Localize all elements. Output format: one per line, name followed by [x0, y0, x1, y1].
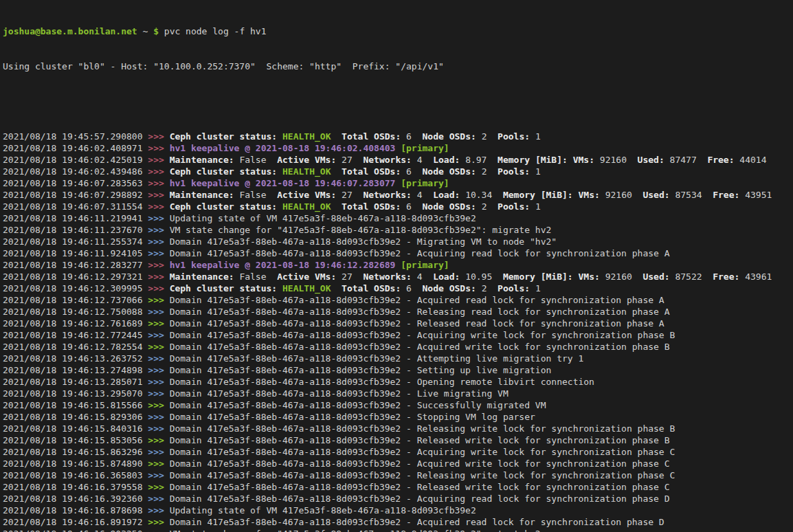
log-segment: Load: [423, 155, 466, 165]
log-segment: Domain 417e5a3f-88eb-467a-a118-8d093cfb3… [170, 365, 552, 375]
log-line: 2021/08/18 19:46:12.750088 >>> Domain 41… [3, 306, 793, 318]
log-marker: >>> [148, 143, 169, 153]
log-segment: HEALTH_OK [282, 131, 331, 142]
log-line: 2021/08/18 19:46:12.283277 >>> hv1 keepa… [3, 259, 793, 271]
log-segment: Domain 417e5a3f-88eb-467a-a118-8d093cfb3… [170, 236, 557, 247]
log-message: Maintenance: False Active VMs: 27 Networ… [170, 271, 772, 282]
log-segment: 6 [406, 131, 412, 142]
log-message: Domain 417e5a3f-88eb-467a-a118-8d093cfb3… [170, 470, 675, 480]
log-message: VM state change for "417e5a3f-88eb-467a-… [170, 225, 552, 235]
log-line: 2021/08/18 19:46:11.924105 >>> Domain 41… [3, 247, 793, 259]
log-segment: 43951 [745, 190, 772, 200]
terminal-screen[interactable]: joshua@base.m.bonilan.net ~ $ pvc node l… [0, 0, 793, 532]
log-segment: Ceph cluster status: [170, 131, 282, 142]
log-timestamp: 2021/08/18 19:46:07.298892 [3, 190, 148, 200]
log-segment: Memory [MiB]: VMs: [487, 155, 599, 165]
log-segment: Domain 417e5a3f-88eb-467a-a118-8d093cfb3… [170, 482, 670, 492]
log-timestamp: 2021/08/18 19:46:07.283563 [3, 178, 148, 188]
log-segment: Domain 417e5a3f-88eb-467a-a118-8d093cfb3… [170, 423, 675, 434]
log-segment: Updating state of VM 417e5a3f-88eb-467a-… [170, 213, 476, 223]
log-segment: Domain 417e5a3f-88eb-467a-a118-8d093cfb3… [170, 494, 670, 504]
log-marker: >>> [148, 388, 169, 399]
log-message: Domain 417e5a3f-88eb-467a-a118-8d093cfb3… [170, 482, 670, 492]
log-marker: >>> [148, 318, 169, 329]
log-message: VM state change for "417e5a3f-88eb-467a-… [170, 529, 541, 532]
log-marker: >>> [148, 494, 169, 504]
log-segment: Node OSDs: [412, 166, 482, 177]
log-segment: Load: [423, 190, 466, 200]
log-segment: Domain 417e5a3f-88eb-467a-a118-8d093cfb3… [170, 248, 670, 258]
log-segment: Maintenance: [170, 271, 240, 282]
log-segment: 1 [535, 166, 541, 177]
log-timestamp: 2021/08/18 19:46:15.874890 [3, 458, 148, 469]
log-segment: Ceph cluster status: [170, 166, 282, 177]
log-line: 2021/08/18 19:46:13.263752 >>> Domain 41… [3, 353, 793, 364]
log-message: Domain 417e5a3f-88eb-467a-a118-8d093cfb3… [170, 307, 670, 317]
log-line: 2021/08/18 19:46:15.840316 >>> Domain 41… [3, 423, 793, 434]
log-marker: >>> [148, 365, 169, 375]
log-timestamp: 2021/08/18 19:46:12.737066 [3, 295, 148, 305]
log-segment: 27 [342, 155, 353, 165]
log-marker: >>> [148, 423, 169, 434]
log-segment: Domain 417e5a3f-88eb-467a-a118-8d093cfb3… [170, 330, 675, 340]
command-text: pvc node log -f hv1 [164, 26, 267, 36]
log-message: Domain 417e5a3f-88eb-467a-a118-8d093cfb3… [170, 318, 664, 329]
log-segment: [primary] [401, 178, 449, 188]
log-segment: Domain 417e5a3f-88eb-467a-a118-8d093cfb3… [170, 458, 670, 469]
log-timestamp: 2021/08/18 19:46:12.772445 [3, 330, 148, 340]
log-message: Domain 417e5a3f-88eb-467a-a118-8d093cfb3… [170, 342, 670, 352]
log-segment: Domain 417e5a3f-88eb-467a-a118-8d093cfb3… [170, 388, 509, 399]
log-line: 2021/08/18 19:46:16.903250 >>> VM state … [3, 528, 793, 532]
log-segment: 6 [406, 201, 412, 212]
log-line: 2021/08/18 19:46:16.365803 >>> Domain 41… [3, 469, 793, 481]
log-marker: >>> [148, 283, 169, 293]
prompt-cwd: ~ [143, 26, 148, 36]
log-segment: hv1 keepalive @ 2021-08-18 19:46:12.2826… [170, 260, 401, 270]
log-marker: >>> [148, 470, 169, 480]
log-timestamp: 2021/08/18 19:46:16.379558 [3, 482, 148, 492]
log-timestamp: 2021/08/18 19:46:13.263752 [3, 353, 148, 364]
log-timestamp: 2021/08/18 19:46:15.815566 [3, 400, 148, 410]
log-line: 2021/08/18 19:46:07.283563 >>> hv1 keepa… [3, 177, 793, 189]
log-segment: Ceph cluster status: [170, 283, 282, 293]
log-segment: VM state change for "417e5a3f-88eb-467a-… [170, 529, 541, 532]
log-segment: Networks: [353, 190, 417, 200]
log-timestamp: 2021/08/18 19:46:13.274898 [3, 365, 148, 375]
log-timestamp: 2021/08/18 19:46:16.878698 [3, 505, 148, 516]
log-line: 2021/08/18 19:46:02.408971 >>> hv1 keepa… [3, 142, 793, 154]
log-marker: >>> [148, 213, 169, 223]
log-timestamp: 2021/08/18 19:46:12.782554 [3, 342, 148, 352]
log-segment: 4 [417, 190, 423, 200]
log-marker: >>> [148, 166, 169, 177]
log-marker: >>> [148, 400, 169, 410]
log-segment: Used: [627, 155, 670, 165]
log-lines: 2021/08/18 19:45:57.290800 >>> Ceph clus… [3, 131, 793, 532]
log-segment: Node OSDs: [412, 201, 482, 212]
log-segment: False [239, 155, 266, 165]
log-segment: 92160 [605, 271, 632, 282]
log-line: 2021/08/18 19:46:16.392360 >>> Domain 41… [3, 493, 793, 505]
log-message: Updating state of VM 417e5a3f-88eb-467a-… [170, 505, 476, 516]
log-marker: >>> [148, 435, 169, 445]
log-message: Ceph cluster status: HEALTH_OK Total OSD… [170, 201, 541, 212]
log-timestamp: 2021/08/18 19:46:13.295070 [3, 388, 148, 399]
prompt-line: joshua@base.m.bonilan.net ~ $ pvc node l… [3, 25, 793, 37]
log-timestamp: 2021/08/18 19:46:12.750088 [3, 307, 148, 317]
log-segment: 43961 [745, 271, 772, 282]
log-segment: Memory [MiB]: VMs: [492, 271, 605, 282]
log-line: 2021/08/18 19:46:13.285071 >>> Domain 41… [3, 376, 793, 388]
log-marker: >>> [148, 377, 169, 387]
log-line: 2021/08/18 19:46:16.891972 >>> Domain 41… [3, 516, 793, 528]
log-marker: >>> [148, 131, 169, 142]
log-segment: 10.95 [465, 271, 492, 282]
log-timestamp: 2021/08/18 19:46:15.829306 [3, 412, 148, 422]
log-message: Domain 417e5a3f-88eb-467a-a118-8d093cfb3… [170, 330, 675, 340]
log-marker: >>> [148, 236, 169, 247]
log-marker: >>> [148, 412, 169, 422]
log-segment: Domain 417e5a3f-88eb-467a-a118-8d093cfb3… [170, 412, 535, 422]
log-line: 2021/08/18 19:46:12.761689 >>> Domain 41… [3, 318, 793, 329]
log-timestamp: 2021/08/18 19:46:16.891972 [3, 517, 148, 527]
log-message: Updating state of VM 417e5a3f-88eb-467a-… [170, 213, 476, 223]
log-timestamp: 2021/08/18 19:46:16.903250 [3, 529, 148, 532]
log-timestamp: 2021/08/18 19:46:02.408971 [3, 143, 148, 153]
